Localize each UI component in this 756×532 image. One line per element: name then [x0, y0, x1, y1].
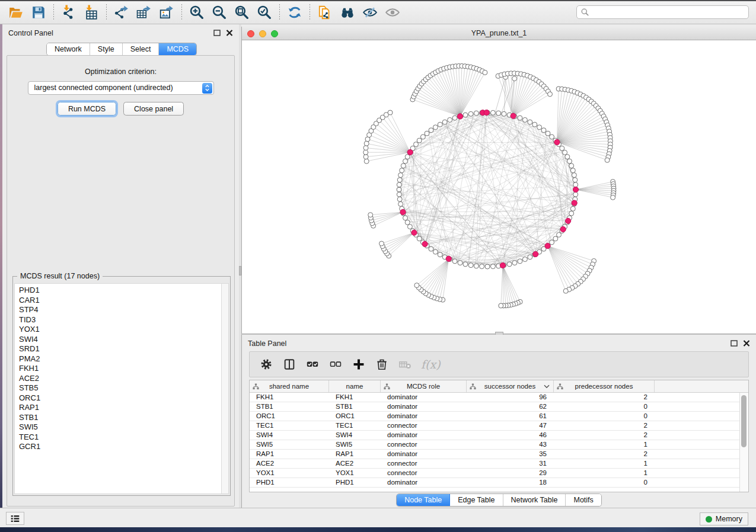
mcds-result-item[interactable]: TEC1	[19, 432, 228, 443]
mcds-result-item[interactable]: RAP1	[19, 403, 228, 413]
network-node[interactable]	[560, 146, 564, 150]
table-cell[interactable]: connector	[381, 421, 467, 430]
network-node[interactable]	[405, 220, 410, 225]
network-node[interactable]	[379, 241, 384, 246]
network-node[interactable]	[403, 159, 408, 164]
select-all-button[interactable]	[305, 357, 320, 371]
network-node[interactable]	[573, 182, 578, 187]
network-node[interactable]	[463, 262, 468, 267]
network-node[interactable]	[429, 246, 433, 251]
maximize-window-icon[interactable]	[271, 30, 278, 37]
table-cell[interactable]: ORC1	[329, 412, 381, 421]
network-node[interactable]	[567, 159, 572, 164]
zoom-selected-button[interactable]	[253, 3, 276, 22]
network-node[interactable]	[507, 262, 512, 267]
clone-network-button[interactable]	[314, 3, 336, 22]
network-node[interactable]	[502, 111, 506, 116]
table-cell[interactable]: PHD1	[250, 478, 329, 487]
table-cell[interactable]: connector	[381, 440, 467, 449]
mcds-node[interactable]	[400, 209, 406, 214]
network-node[interactable]	[401, 164, 406, 168]
network-node[interactable]	[388, 110, 393, 115]
table-cell[interactable]: 29	[467, 469, 554, 477]
export-network-button[interactable]	[110, 3, 133, 22]
network-node[interactable]	[363, 150, 368, 155]
delete-column-button[interactable]	[375, 357, 389, 371]
mcds-result-item[interactable]: CAR1	[19, 296, 228, 306]
table-row[interactable]: PHD1PHD1dominator180	[250, 478, 748, 488]
table-row[interactable]: SWI5SWI5connector431	[250, 440, 748, 450]
table-cell[interactable]: 1	[554, 440, 655, 449]
mcds-node[interactable]	[533, 251, 538, 257]
network-node[interactable]	[522, 117, 527, 122]
tab-style[interactable]: Style	[90, 43, 123, 55]
network-node[interactable]	[407, 225, 412, 229]
network-node[interactable]	[553, 236, 558, 241]
float-panel-icon[interactable]	[213, 30, 221, 36]
column-header-successor-nodes[interactable]: successor nodes	[467, 380, 554, 392]
network-node[interactable]	[463, 113, 468, 117]
network-node[interactable]	[397, 178, 402, 182]
table-cell[interactable]: 61	[467, 412, 554, 421]
create-column-button[interactable]	[352, 357, 366, 371]
network-node[interactable]	[483, 70, 487, 75]
mcds-node[interactable]	[560, 226, 566, 232]
table-cell[interactable]: 2	[554, 421, 655, 430]
network-node[interactable]	[429, 128, 433, 133]
network-node[interactable]	[438, 122, 442, 127]
network-node[interactable]	[414, 283, 419, 288]
network-node[interactable]	[468, 111, 473, 116]
network-node[interactable]	[605, 158, 610, 162]
table-cell[interactable]: SWI5	[329, 440, 381, 449]
hide-selected-button[interactable]	[359, 3, 381, 22]
first-neighbors-button[interactable]	[336, 3, 359, 22]
network-node[interactable]	[541, 128, 546, 133]
close-panel-button[interactable]: Close panel	[123, 102, 184, 116]
import-table-button[interactable]	[80, 3, 103, 22]
network-node[interactable]	[572, 173, 576, 178]
table-row[interactable]: SWI4SWI4dominator462	[250, 431, 748, 440]
mcds-result-item[interactable]: STB1	[19, 413, 228, 423]
table-row[interactable]: ACE2ACE2connector311	[250, 459, 748, 469]
mcds-node[interactable]	[457, 114, 462, 119]
network-node[interactable]	[414, 142, 419, 147]
deselect-all-button[interactable]	[328, 357, 343, 371]
table-cell[interactable]: dominator	[381, 393, 467, 402]
import-network-button[interactable]	[58, 3, 80, 22]
table-cell[interactable]: FKH1	[329, 393, 381, 402]
mcds-node[interactable]	[446, 256, 451, 261]
table-cell[interactable]: PHD1	[329, 478, 381, 487]
network-node[interactable]	[573, 192, 578, 197]
network-node[interactable]	[458, 261, 462, 265]
table-cell[interactable]: 1	[554, 459, 655, 468]
network-node[interactable]	[550, 134, 554, 139]
zoom-fit-button[interactable]	[231, 3, 253, 22]
network-node[interactable]	[565, 155, 570, 159]
table-row[interactable]: YOX1YOX1connector291	[250, 469, 748, 478]
table-cell[interactable]: 2	[554, 393, 655, 402]
network-node[interactable]	[480, 264, 484, 269]
table-cell[interactable]: SWI5	[250, 440, 329, 449]
close-panel-icon[interactable]	[226, 30, 233, 36]
table-cell[interactable]: ORC1	[250, 412, 329, 421]
close-panel-icon[interactable]	[743, 340, 750, 347]
scrollbar-thumb[interactable]	[741, 395, 747, 447]
mcds-result-item[interactable]: PMA2	[19, 354, 228, 364]
network-node[interactable]	[490, 110, 495, 115]
table-cell[interactable]: ACE2	[329, 459, 381, 468]
mcds-result-item[interactable]: SWI5	[19, 422, 228, 432]
mcds-node[interactable]	[484, 110, 489, 115]
network-node[interactable]	[397, 197, 402, 201]
table-cell[interactable]: 47	[467, 421, 554, 430]
task-history-button[interactable]	[6, 512, 24, 525]
mcds-list-scrollbar[interactable]	[221, 284, 228, 493]
network-node[interactable]	[496, 111, 501, 116]
table-cell[interactable]: ACE2	[250, 459, 329, 468]
criterion-dropdown[interactable]: largest connected component (undirected)	[28, 81, 214, 95]
table-cell[interactable]: STB1	[250, 402, 329, 411]
table-cell[interactable]: TEC1	[250, 421, 329, 430]
mcds-node[interactable]	[511, 113, 516, 118]
network-node[interactable]	[474, 111, 479, 116]
table-cell[interactable]: 0	[554, 478, 655, 487]
network-node[interactable]	[468, 263, 473, 268]
